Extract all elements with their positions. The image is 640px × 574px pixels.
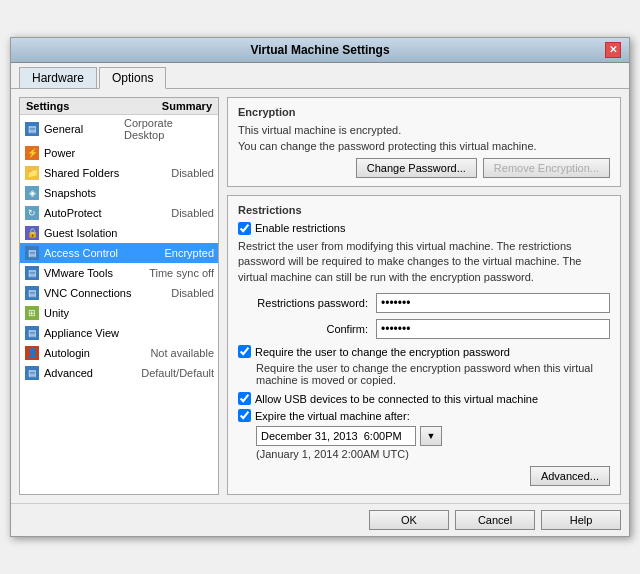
main-content: Settings Summary ▤ General Corporate Des… <box>11 89 629 503</box>
restrictions-section: Restrictions Enable restrictions Restric… <box>227 195 621 495</box>
tab-bar: Hardware Options <box>11 63 629 89</box>
encryption-line1: This virtual machine is encrypted. <box>238 124 610 136</box>
item-name: VNC Connections <box>44 287 171 299</box>
unity-icon: ⊞ <box>24 305 40 321</box>
require-change-label: Require the user to change the encryptio… <box>255 346 510 358</box>
list-item[interactable]: 🔒 Guest Isolation <box>20 223 218 243</box>
list-item[interactable]: 👤 Autologin Not available <box>20 343 218 363</box>
remove-encryption-button[interactable]: Remove Encryption... <box>483 158 610 178</box>
item-summary: Disabled <box>171 287 214 299</box>
list-item[interactable]: 📁 Shared Folders Disabled <box>20 163 218 183</box>
calendar-button[interactable]: ▼ <box>420 426 442 446</box>
tab-options[interactable]: Options <box>99 67 166 89</box>
summary-col-header: Summary <box>162 100 212 112</box>
window-title: Virtual Machine Settings <box>35 43 605 57</box>
general-icon: ▤ <box>24 121 40 137</box>
power-icon: ⚡ <box>24 145 40 161</box>
password-input[interactable] <box>376 293 610 313</box>
item-name: Guest Isolation <box>44 227 214 239</box>
item-name: General <box>44 123 124 135</box>
ok-button[interactable]: OK <box>369 510 449 530</box>
enable-restrictions-label: Enable restrictions <box>255 222 346 234</box>
item-name: Access Control <box>44 247 164 259</box>
expire-label: Expire the virtual machine after: <box>255 410 410 422</box>
item-name: Snapshots <box>44 187 214 199</box>
list-item[interactable]: ▤ VMware Tools Time sync off <box>20 263 218 283</box>
expire-row: Expire the virtual machine after: <box>238 409 610 422</box>
change-password-button[interactable]: Change Password... <box>356 158 477 178</box>
require-change-desc: Require the user to change the encryptio… <box>256 362 610 386</box>
allow-usb-label: Allow USB devices to be connected to thi… <box>255 393 538 405</box>
advanced-button[interactable]: Advanced... <box>530 466 610 486</box>
settings-col-header: Settings <box>26 100 162 112</box>
vmware-tools-icon: ▤ <box>24 265 40 281</box>
expire-checkbox[interactable] <box>238 409 251 422</box>
autologin-icon: 👤 <box>24 345 40 361</box>
item-summary: Disabled <box>171 207 214 219</box>
item-summary: Time sync off <box>149 267 214 279</box>
utc-text: (January 1, 2014 2:00AM UTC) <box>256 448 610 460</box>
password-row: Restrictions password: <box>238 293 610 313</box>
appliance-view-icon: ▤ <box>24 325 40 341</box>
advanced-icon: ▤ <box>24 365 40 381</box>
encryption-section: Encryption This virtual machine is encry… <box>227 97 621 187</box>
confirm-label: Confirm: <box>238 323 368 335</box>
help-button[interactable]: Help <box>541 510 621 530</box>
password-label: Restrictions password: <box>238 297 368 309</box>
cancel-button[interactable]: Cancel <box>455 510 535 530</box>
encryption-title: Encryption <box>238 106 610 118</box>
restrictions-title: Restrictions <box>238 204 610 216</box>
item-name: Shared Folders <box>44 167 171 179</box>
list-item[interactable]: ◈ Snapshots <box>20 183 218 203</box>
confirm-input[interactable] <box>376 319 610 339</box>
list-item-advanced[interactable]: ▤ Advanced Default/Default <box>20 363 218 383</box>
guest-isolation-icon: 🔒 <box>24 225 40 241</box>
left-panel-header: Settings Summary <box>20 98 218 115</box>
settings-list: ▤ General Corporate Desktop ⚡ Power 📁 Sh… <box>20 115 218 383</box>
right-panel: Encryption This virtual machine is encry… <box>227 97 621 495</box>
item-summary: Encrypted <box>164 247 214 259</box>
require-change-checkbox[interactable] <box>238 345 251 358</box>
tab-hardware[interactable]: Hardware <box>19 67 97 88</box>
bottom-bar: OK Cancel Help <box>11 503 629 536</box>
list-item[interactable]: ▤ General Corporate Desktop <box>20 115 218 143</box>
access-control-icon: ▤ <box>24 245 40 261</box>
item-name: Power <box>44 147 214 159</box>
item-name: Autologin <box>44 347 150 359</box>
title-bar: Virtual Machine Settings ✕ <box>11 38 629 63</box>
item-summary: Default/Default <box>141 367 214 379</box>
item-name: VMware Tools <box>44 267 149 279</box>
item-summary: Disabled <box>171 167 214 179</box>
left-panel: Settings Summary ▤ General Corporate Des… <box>19 97 219 495</box>
date-input[interactable] <box>256 426 416 446</box>
list-item[interactable]: ⚡ Power <box>20 143 218 163</box>
allow-usb-checkbox[interactable] <box>238 392 251 405</box>
allow-usb-row: Allow USB devices to be connected to thi… <box>238 392 610 405</box>
shared-folders-icon: 📁 <box>24 165 40 181</box>
close-button[interactable]: ✕ <box>605 42 621 58</box>
list-item[interactable]: ↻ AutoProtect Disabled <box>20 203 218 223</box>
enable-restrictions-checkbox[interactable] <box>238 222 251 235</box>
vnc-icon: ▤ <box>24 285 40 301</box>
item-name: Unity <box>44 307 214 319</box>
list-item[interactable]: ▤ VNC Connections Disabled <box>20 283 218 303</box>
autoprotect-icon: ↻ <box>24 205 40 221</box>
main-window: Virtual Machine Settings ✕ Hardware Opti… <box>10 37 630 537</box>
list-item[interactable]: ▤ Appliance View <box>20 323 218 343</box>
item-summary: Not available <box>150 347 214 359</box>
confirm-row: Confirm: <box>238 319 610 339</box>
advanced-row: Advanced... <box>238 466 610 486</box>
date-row: ▼ <box>256 426 610 446</box>
list-item-access-control[interactable]: ▤ Access Control Encrypted <box>20 243 218 263</box>
list-item[interactable]: ⊞ Unity <box>20 303 218 323</box>
item-name: Advanced <box>44 367 141 379</box>
encryption-line2: You can change the password protecting t… <box>238 140 610 152</box>
restrictions-description: Restrict the user from modifying this vi… <box>238 239 610 285</box>
item-summary: Corporate Desktop <box>124 117 214 141</box>
item-name: AutoProtect <box>44 207 171 219</box>
enable-restrictions-row: Enable restrictions <box>238 222 610 235</box>
require-change-row: Require the user to change the encryptio… <box>238 345 610 358</box>
snapshots-icon: ◈ <box>24 185 40 201</box>
item-name: Appliance View <box>44 327 214 339</box>
